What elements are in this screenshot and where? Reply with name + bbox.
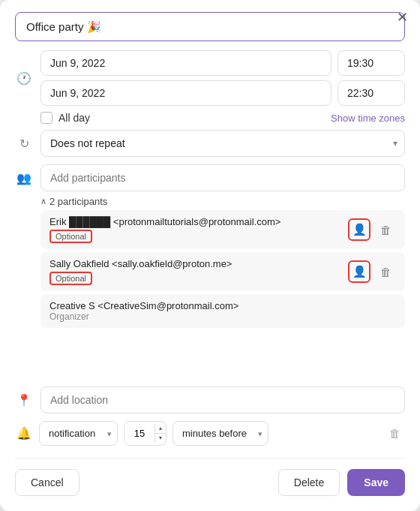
- participant-avatar-button[interactable]: 👤: [348, 260, 370, 283]
- trash-icon: 🗑: [389, 427, 400, 440]
- datetime-section: 🕐: [15, 50, 405, 106]
- location-row: 📍: [15, 386, 405, 413]
- person-icon: 👤: [352, 223, 367, 236]
- participant-delete-button[interactable]: 🗑: [375, 261, 396, 282]
- participants-count: ∧ 2 participants: [15, 196, 405, 207]
- participant-avatar-button[interactable]: 👤: [348, 218, 370, 241]
- participants-row: 👥: [15, 164, 405, 191]
- date-time-group: [40, 50, 405, 106]
- notification-decrement-button[interactable]: ▾: [155, 434, 166, 443]
- close-button[interactable]: ✕: [397, 11, 408, 24]
- notification-spinners: ▴ ▾: [154, 424, 166, 443]
- repeat-select-wrapper: Does not repeat Every day Every week Eve…: [40, 130, 405, 157]
- end-time-input[interactable]: [338, 80, 405, 106]
- notification-number-input: ▴ ▾: [124, 421, 166, 446]
- participant-name: Erik ██████ <protonmailtutorials@protonm…: [50, 216, 280, 227]
- allday-label: All day: [58, 112, 90, 124]
- event-title-input[interactable]: [15, 12, 405, 41]
- notification-unit-select[interactable]: minutes before hours before days before: [172, 421, 268, 446]
- allday-checkbox[interactable]: [40, 112, 52, 124]
- organizer-item: Creative S <CreativeSim@protonmail.com> …: [40, 294, 405, 328]
- bell-icon: 🔔: [15, 426, 33, 440]
- notification-increment-button[interactable]: ▴: [155, 424, 166, 434]
- participant-name: Sally Oakfield <sally.oakfield@proton.me…: [50, 258, 232, 269]
- repeat-row: ↻ Does not repeat Every day Every week E…: [15, 130, 405, 157]
- repeat-select[interactable]: Does not repeat Every day Every week Eve…: [40, 130, 405, 157]
- notification-type-wrapper: notification email ▾: [39, 421, 118, 446]
- footer-left: Cancel: [15, 469, 80, 496]
- location-input[interactable]: [40, 386, 405, 413]
- start-time-input[interactable]: [338, 50, 405, 76]
- allday-row: All day Show time zones: [15, 112, 405, 124]
- notification-type-select[interactable]: notification email: [39, 421, 118, 446]
- event-modal: ✕ 🕐 All day Show time zones ↻ Doe: [0, 0, 420, 511]
- trash-icon: 🗑: [380, 224, 392, 236]
- organizer-name: Creative S <CreativeSim@protonmail.com>: [50, 300, 396, 311]
- start-datetime-row: [40, 50, 405, 76]
- end-datetime-row: [40, 80, 405, 106]
- start-date-input[interactable]: [40, 50, 332, 76]
- notification-number-field[interactable]: [124, 422, 154, 445]
- organizer-label: Organizer: [50, 311, 396, 322]
- cancel-button[interactable]: Cancel: [15, 469, 80, 496]
- participant-item: Sally Oakfield <sally.oakfield@proton.me…: [40, 252, 405, 291]
- participant-optional-badge: Optional: [50, 230, 92, 243]
- person-icon: 👤: [352, 265, 367, 278]
- save-button[interactable]: Save: [347, 469, 405, 496]
- notification-row: 🔔 notification email ▾ ▴ ▾ minutes befor…: [15, 421, 405, 446]
- participant-info: Sally Oakfield <sally.oakfield@proton.me…: [50, 258, 232, 285]
- participants-section: Erik ██████ <protonmailtutorials@protonm…: [15, 210, 405, 386]
- clock-icon: 🕐: [15, 71, 33, 86]
- participant-optional-badge: Optional: [50, 272, 92, 285]
- footer-right: Delete Save: [278, 469, 405, 496]
- participant-actions: 👤 🗑: [348, 218, 396, 241]
- participant-item: Erik ██████ <protonmailtutorials@protonm…: [40, 210, 405, 249]
- show-timezones-link[interactable]: Show time zones: [331, 113, 405, 124]
- repeat-icon: ↻: [15, 137, 33, 151]
- collapse-icon: ∧: [40, 197, 46, 206]
- participant-delete-button[interactable]: 🗑: [375, 219, 396, 240]
- trash-icon: 🗑: [380, 266, 392, 278]
- location-icon: 📍: [15, 393, 33, 407]
- participants-icon: 👥: [15, 171, 33, 185]
- modal-footer: Cancel Delete Save: [15, 458, 405, 496]
- participants-input[interactable]: [40, 164, 405, 191]
- participant-info: Erik ██████ <protonmailtutorials@protonm…: [50, 216, 280, 243]
- notification-unit-wrapper: minutes before hours before days before …: [172, 421, 268, 446]
- delete-button[interactable]: Delete: [278, 469, 340, 496]
- notification-delete-button[interactable]: 🗑: [384, 423, 405, 444]
- end-date-input[interactable]: [40, 80, 332, 106]
- participant-actions: 👤 🗑: [348, 260, 396, 283]
